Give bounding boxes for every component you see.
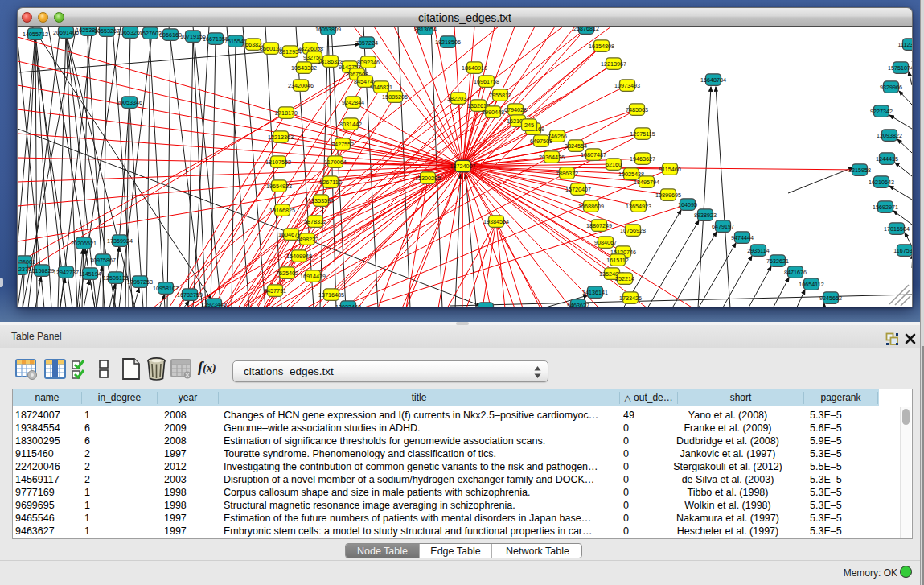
svg-text:16782759: 16782759 — [177, 291, 203, 299]
svg-text:13654923: 13654923 — [626, 203, 651, 210]
svg-text:18807249: 18807249 — [586, 222, 612, 229]
svg-text:20053346: 20053346 — [117, 99, 142, 106]
svg-text:1733426: 1733426 — [619, 295, 642, 302]
svg-text:30975867: 30975867 — [90, 257, 116, 264]
svg-text:12213967: 12213967 — [601, 60, 626, 68]
svg-text:13495794: 13495794 — [634, 179, 659, 186]
svg-text:16914479: 16914479 — [300, 273, 326, 280]
svg-text:19463627: 19463627 — [630, 155, 655, 163]
svg-text:15300295: 15300295 — [415, 175, 441, 182]
svg-text:17016504: 17016504 — [884, 225, 910, 233]
svg-text:9084067: 9084067 — [594, 239, 617, 246]
svg-text:1527602: 1527602 — [139, 30, 162, 37]
svg-text:8938923: 8938923 — [694, 212, 717, 219]
svg-text:14136141: 14136141 — [582, 289, 608, 296]
svg-text:7857224: 7857224 — [355, 39, 378, 47]
svg-text:10807487: 10807487 — [581, 151, 606, 159]
svg-text:62160: 62160 — [606, 161, 622, 168]
svg-text:16210643: 16210643 — [869, 179, 894, 186]
svg-text:9427552: 9427552 — [331, 141, 354, 148]
svg-text:13353594: 13353594 — [308, 197, 334, 204]
svg-text:9245652: 9245652 — [819, 295, 842, 302]
svg-text:3498222: 3498222 — [296, 236, 318, 243]
svg-text:19384554: 19384554 — [483, 218, 509, 225]
svg-text:11123744: 11123744 — [898, 41, 912, 48]
svg-text:16648784: 16648784 — [700, 76, 726, 84]
svg-text:16154808: 16154808 — [589, 43, 614, 50]
svg-text:18107552: 18107552 — [265, 159, 291, 166]
svg-text:5878332: 5878332 — [304, 218, 326, 225]
svg-text:9115460: 9115460 — [659, 166, 680, 173]
svg-text:2718170: 2718170 — [275, 109, 298, 117]
svg-text:6794028: 6794028 — [504, 106, 527, 113]
svg-text:10654112: 10654112 — [799, 281, 823, 288]
svg-text:7886372: 7886372 — [556, 170, 578, 177]
svg-text:20206521: 20206521 — [71, 240, 97, 247]
svg-text:8813054: 8813054 — [414, 27, 437, 33]
svg-text:12093822: 12093822 — [877, 132, 902, 139]
svg-text:12942737: 12942737 — [53, 269, 79, 276]
svg-text:13716485: 13716485 — [318, 291, 344, 299]
svg-text:16053809: 16053809 — [315, 27, 341, 33]
svg-text:6966160: 6966160 — [159, 31, 182, 39]
svg-text:9463627: 9463627 — [567, 302, 589, 307]
svg-text:1167531: 1167531 — [893, 247, 912, 254]
svg-text:12975115: 12975115 — [630, 130, 655, 138]
svg-text:9146821: 9146821 — [370, 84, 392, 91]
svg-text:8267110: 8267110 — [319, 179, 341, 186]
svg-text:7485063: 7485063 — [626, 106, 648, 113]
svg-text:19218506: 19218506 — [435, 39, 461, 46]
svg-text:20364436: 20364436 — [539, 154, 565, 161]
svg-text:1170064: 1170064 — [324, 159, 346, 166]
svg-text:16961758: 16961758 — [474, 78, 499, 85]
svg-text:1615112: 1615112 — [606, 257, 628, 264]
svg-text:17359924: 17359924 — [107, 237, 133, 245]
svg-text:7632621: 7632621 — [766, 257, 789, 265]
svg-text:10543382: 10543382 — [291, 64, 317, 72]
svg-text:245: 245 — [524, 122, 534, 129]
svg-text:8990448: 8990448 — [482, 109, 504, 116]
svg-text:9227342: 9227342 — [870, 108, 893, 115]
svg-text:15692971: 15692971 — [873, 204, 898, 211]
svg-text:10973493: 10973493 — [614, 82, 640, 89]
svg-text:10688609: 10688609 — [578, 203, 604, 210]
svg-text:9242844: 9242844 — [342, 99, 364, 106]
svg-text:15720407: 15720407 — [565, 186, 591, 193]
svg-text:3215958: 3215958 — [848, 167, 871, 174]
svg-text:1145194: 1145194 — [79, 270, 101, 278]
svg-text:9777169: 9777169 — [474, 305, 497, 307]
svg-text:26876812: 26876812 — [573, 27, 599, 32]
svg-text:15409948: 15409948 — [286, 253, 312, 260]
svg-text:10553267: 10553267 — [94, 27, 120, 35]
svg-text:23420046: 23420046 — [288, 82, 314, 89]
svg-text:19654923: 19654923 — [266, 183, 292, 190]
svg-text:3822037: 3822037 — [447, 95, 470, 102]
svg-text:6479197: 6479197 — [712, 223, 734, 230]
svg-text:17957253: 17957253 — [127, 278, 153, 286]
svg-text:8031442: 8031442 — [339, 121, 362, 128]
svg-text:10958107: 10958107 — [153, 285, 179, 292]
svg-text:12213363: 12213363 — [268, 134, 294, 141]
svg-text:12023448: 12023448 — [335, 303, 361, 307]
svg-text:10899695: 10899695 — [655, 192, 681, 199]
svg-text:252214: 252214 — [615, 275, 634, 282]
svg-text:12505135: 12505135 — [103, 274, 129, 282]
svg-text:8471676: 8471676 — [784, 269, 807, 276]
svg-text:11156829: 11156829 — [30, 267, 55, 274]
svg-text:1244415: 1244415 — [876, 155, 898, 163]
svg-text:12923446: 12923446 — [201, 301, 227, 307]
svg-text:18724007: 18724007 — [450, 163, 476, 170]
svg-text:164095: 164095 — [678, 201, 697, 208]
svg-text:9329966: 9329966 — [880, 84, 902, 91]
svg-text:20691406: 20691406 — [53, 29, 79, 36]
svg-text:2935114: 2935114 — [747, 247, 769, 254]
svg-text:6497508: 6497508 — [530, 138, 552, 145]
svg-text:7955812: 7955812 — [489, 92, 511, 99]
svg-text:15751074: 15751074 — [888, 64, 912, 72]
svg-text:9474444: 9474444 — [731, 234, 754, 241]
svg-text:14055712: 14055712 — [23, 31, 48, 38]
svg-text:19166825: 19166825 — [269, 207, 295, 214]
svg-text:8092346: 8092346 — [357, 59, 380, 66]
svg-text:18640910: 18640910 — [462, 64, 487, 72]
svg-text:3824554: 3824554 — [565, 142, 587, 150]
